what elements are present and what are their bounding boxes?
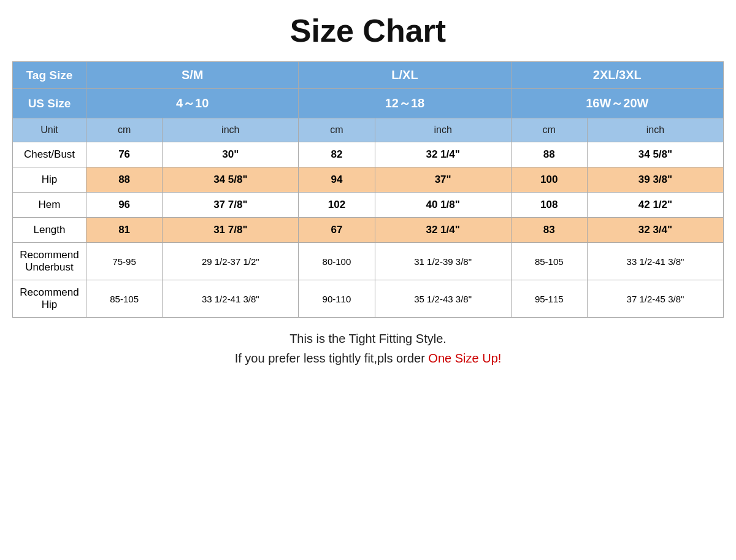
row-label-1: Hip	[13, 167, 86, 193]
cell-xxl-cm-3: 83	[511, 218, 587, 243]
rec-xxl-cm-1: 95-115	[511, 280, 587, 318]
cell-sm-cm-2: 96	[86, 193, 163, 218]
cell-lxl-cm-3: 67	[299, 218, 375, 243]
cell-lxl-cm-0: 82	[299, 142, 375, 167]
row-label-0: Chest/Bust	[13, 142, 86, 167]
lxl-cm-unit: cm	[299, 118, 375, 142]
rec-sm-in-1: 33 1/2-41 3/8"	[163, 280, 299, 318]
cell-xxl-in-0: 34 5/8"	[587, 142, 723, 167]
table-row: Hem 96 37 7/8" 102 40 1/8" 108 42 1/2"	[13, 193, 724, 218]
cell-xxl-cm-2: 108	[511, 193, 587, 218]
sm-in-unit: inch	[163, 118, 299, 142]
tag-size-header: Tag Size	[13, 62, 86, 89]
cell-lxl-in-0: 32 1/4"	[375, 142, 511, 167]
xxl-in-unit: inch	[587, 118, 723, 142]
rec-lxl-in-0: 31 1/2-39 3/8"	[375, 243, 511, 280]
cell-sm-in-0: 30"	[163, 142, 299, 167]
cell-xxl-in-2: 42 1/2"	[587, 193, 723, 218]
table-row: Chest/Bust 76 30" 82 32 1/4" 88 34 5/8"	[13, 142, 724, 167]
lxl-us-size: 12～18	[299, 89, 511, 118]
cell-sm-in-1: 34 5/8"	[163, 167, 299, 193]
footer-line2-pre: If you prefer less tightly fit,pls order	[235, 351, 429, 365]
lxl-in-unit: inch	[375, 118, 511, 142]
lxl-header: L/XL	[299, 62, 511, 89]
cell-xxl-cm-0: 88	[511, 142, 587, 167]
cell-lxl-cm-2: 102	[299, 193, 375, 218]
footer-line2-highlight: One Size Up!	[428, 351, 501, 365]
cell-xxl-in-1: 39 3/8"	[587, 167, 723, 193]
footer-line1: This is the Tight Fitting Style.	[235, 329, 502, 348]
us-size-header: US Size	[13, 89, 86, 118]
sm-us-size: 4～10	[86, 89, 299, 118]
row-label-3: Length	[13, 218, 86, 243]
cell-xxl-in-3: 32 3/4"	[587, 218, 723, 243]
cell-lxl-in-1: 37"	[375, 167, 511, 193]
table-row: Length 81 31 7/8" 67 32 1/4" 83 32 3/4"	[13, 218, 724, 243]
rec-table-row: RecommendUnderbust 75-95 29 1/2-37 1/2" …	[13, 243, 724, 280]
table-row: Hip 88 34 5/8" 94 37" 100 39 3/8"	[13, 167, 724, 193]
xxl-cm-unit: cm	[511, 118, 587, 142]
cell-lxl-cm-1: 94	[299, 167, 375, 193]
rec-xxl-in-0: 33 1/2-41 3/8"	[587, 243, 723, 280]
cell-lxl-in-3: 32 1/4"	[375, 218, 511, 243]
rec-lxl-cm-0: 80-100	[299, 243, 375, 280]
cell-sm-cm-1: 88	[86, 167, 163, 193]
rec-sm-in-0: 29 1/2-37 1/2"	[163, 243, 299, 280]
cell-sm-cm-3: 81	[86, 218, 163, 243]
cell-sm-in-3: 31 7/8"	[163, 218, 299, 243]
rec-sm-cm-0: 75-95	[86, 243, 163, 280]
size-chart-table: Tag Size S/M L/XL 2XL/3XL US Size 4～10 1…	[12, 61, 724, 318]
cell-sm-cm-0: 76	[86, 142, 163, 167]
row-label-2: Hem	[13, 193, 86, 218]
sm-cm-unit: cm	[86, 118, 163, 142]
rec-row-label-1: RecommendHip	[13, 280, 86, 318]
footer-line2: If you prefer less tightly fit,pls order…	[235, 348, 502, 368]
xxl-header: 2XL/3XL	[511, 62, 723, 89]
rec-xxl-cm-0: 85-105	[511, 243, 587, 280]
cell-lxl-in-2: 40 1/8"	[375, 193, 511, 218]
xxl-us-size: 16W～20W	[511, 89, 723, 118]
rec-lxl-in-1: 35 1/2-43 3/8"	[375, 280, 511, 318]
rec-row-label-0: RecommendUnderbust	[13, 243, 86, 280]
page-title: Size Chart	[290, 12, 446, 49]
rec-table-row: RecommendHip 85-105 33 1/2-41 3/8" 90-11…	[13, 280, 724, 318]
footer-text: This is the Tight Fitting Style. If you …	[235, 329, 502, 368]
cell-xxl-cm-1: 100	[511, 167, 587, 193]
unit-label: Unit	[13, 118, 86, 142]
rec-xxl-in-1: 37 1/2-45 3/8"	[587, 280, 723, 318]
rec-lxl-cm-1: 90-110	[299, 280, 375, 318]
sm-header: S/M	[86, 62, 299, 89]
rec-sm-cm-1: 85-105	[86, 280, 163, 318]
cell-sm-in-2: 37 7/8"	[163, 193, 299, 218]
